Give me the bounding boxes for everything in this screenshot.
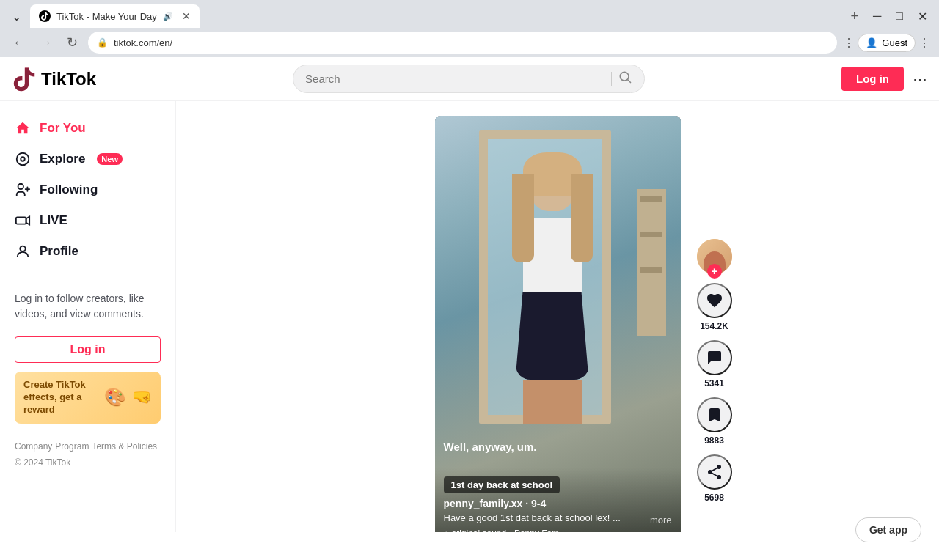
explore-label: Explore: [40, 152, 85, 166]
forward-btn[interactable]: →: [35, 32, 56, 53]
address-bar[interactable]: 🔒 tiktok.com/en/: [88, 32, 837, 54]
avatar-wrap[interactable]: +: [697, 239, 732, 274]
following-label: Following: [40, 183, 98, 197]
tab-list-btn[interactable]: ⌄: [6, 7, 27, 26]
subtitle-text: Well, anyway, um.: [444, 441, 672, 453]
explore-new-badge: New: [97, 153, 123, 165]
new-tab-btn[interactable]: +: [844, 6, 864, 27]
video-overlay: 1st day back at school penny_family.xx ·…: [435, 468, 681, 532]
share-btn[interactable]: [697, 454, 732, 490]
bookmark-count: 9883: [704, 435, 724, 446]
video-card[interactable]: Well, anyway, um. 1st day back at school…: [435, 116, 681, 532]
sidebar-divider: [6, 276, 169, 276]
sidebar-item-explore[interactable]: Explore New: [6, 144, 169, 174]
search-area: [96, 65, 841, 93]
following-icon: [15, 182, 31, 198]
shelf: [637, 189, 666, 336]
svg-point-6: [717, 465, 721, 469]
svg-point-8: [717, 475, 721, 479]
follow-plus-icon: +: [707, 264, 722, 279]
feed: Well, anyway, um. 1st day back at school…: [176, 101, 939, 532]
search-input[interactable]: [305, 73, 605, 85]
footer-terms[interactable]: Terms & Policies: [92, 441, 157, 452]
login-button[interactable]: Log in: [841, 67, 904, 91]
side-actions: + 154.2K: [697, 239, 732, 503]
guest-label: Guest: [882, 37, 907, 48]
sidebar-item-live[interactable]: LIVE: [6, 205, 169, 236]
comment-action: 5341: [697, 340, 732, 388]
like-action: 154.2K: [697, 283, 732, 331]
creator-avatar-item: +: [697, 239, 732, 274]
tab-favicon: [39, 10, 51, 22]
svg-point-3: [18, 184, 23, 189]
back-btn[interactable]: ←: [9, 32, 29, 53]
browser-tab-bar: ⌄ TikTok - Make Your Day 🔊 ✕ + ─ □ ✕: [0, 0, 939, 28]
search-button[interactable]: [618, 70, 632, 88]
sidebar-item-following[interactable]: Following: [6, 174, 169, 205]
live-label: LIVE: [40, 213, 67, 228]
lock-icon: 🔒: [97, 37, 108, 48]
video-sound: ♪ original sound - Penny Fam: [444, 528, 672, 532]
footer-copyright: © 2024 TikTok: [15, 457, 161, 468]
main-layout: For You Explore New Following: [0, 101, 939, 532]
header-actions: Log in ⋯: [841, 67, 927, 91]
more-text-btn[interactable]: more: [650, 515, 672, 526]
sidebar-login-btn[interactable]: Log in: [15, 336, 161, 363]
video-description: Have a good 1st dat back at school lex! …: [444, 512, 646, 523]
comment-icon: [706, 349, 723, 366]
share-toolbar-icon[interactable]: ⋮: [843, 36, 855, 50]
like-count: 154.2K: [700, 321, 728, 331]
promo-banner[interactable]: Create TikTok effects, get a reward 🎨 🤜: [15, 372, 161, 424]
guest-profile-btn[interactable]: 👤 Guest: [858, 34, 916, 52]
tab-close-btn[interactable]: ✕: [182, 10, 191, 22]
video-caption-bubble: 1st day back at school: [444, 476, 560, 493]
active-tab[interactable]: TikTok - Make Your Day 🔊 ✕: [30, 4, 200, 28]
person-silhouette: [508, 160, 596, 416]
tab-title: TikTok - Make Your Day: [56, 11, 157, 22]
search-icon: [618, 70, 632, 84]
reload-btn[interactable]: ↻: [62, 32, 82, 53]
like-btn[interactable]: [697, 283, 732, 318]
profile-label: Profile: [40, 244, 78, 259]
explore-icon: [15, 151, 31, 167]
promo-icon: 🎨: [104, 387, 126, 408]
get-app-btn[interactable]: Get app: [855, 517, 921, 542]
promo-hand-icon: 🤜: [132, 388, 152, 407]
svg-point-7: [708, 470, 712, 474]
more-options-btn[interactable]: ⋯: [913, 70, 927, 88]
footer-company[interactable]: Company: [15, 441, 52, 452]
close-btn[interactable]: ✕: [912, 7, 933, 26]
sidebar-item-for-you[interactable]: For You: [6, 113, 169, 144]
minimize-btn[interactable]: ─: [867, 7, 887, 26]
head: [530, 160, 574, 211]
video-username: penny_family.xx · 9-4: [444, 498, 672, 509]
browser-toolbar: ← → ↻ 🔒 tiktok.com/en/ ⋮ 👤 Guest ⋮: [0, 28, 939, 57]
tab-audio-icon: 🔊: [163, 12, 173, 21]
search-box[interactable]: [293, 65, 645, 93]
bookmark-icon: [706, 406, 723, 424]
sidebar-item-profile[interactable]: Profile: [6, 236, 169, 267]
live-icon: [15, 213, 31, 229]
svg-rect-4: [16, 217, 26, 224]
footer-links: Company Program Terms & Policies: [15, 441, 161, 452]
tiktok-logo-icon: [12, 67, 37, 92]
comment-count: 5341: [704, 378, 724, 388]
logo-text: TikTok: [41, 69, 96, 89]
guest-icon: 👤: [866, 37, 877, 48]
hair-right: [571, 174, 593, 262]
tiktok-logo[interactable]: TikTok: [12, 67, 96, 92]
hair-left: [512, 174, 534, 262]
more-toolbar-icon[interactable]: ⋮: [918, 36, 930, 50]
bookmark-action: 9883: [697, 397, 732, 446]
footer-program[interactable]: Program: [55, 441, 89, 452]
sidebar-footer: Company Program Terms & Policies © 2024 …: [6, 432, 169, 476]
profile-icon: [15, 243, 31, 259]
video-container: Well, anyway, um. 1st day back at school…: [435, 116, 681, 517]
svg-point-5: [20, 246, 25, 251]
sidebar: For You Explore New Following: [0, 101, 176, 532]
bookmark-btn[interactable]: [697, 397, 732, 432]
promo-text: Create TikTok effects, get a reward: [23, 379, 98, 416]
comment-btn[interactable]: [697, 340, 732, 375]
music-note-icon: ♪: [444, 528, 449, 532]
maximize-btn[interactable]: □: [890, 7, 909, 26]
